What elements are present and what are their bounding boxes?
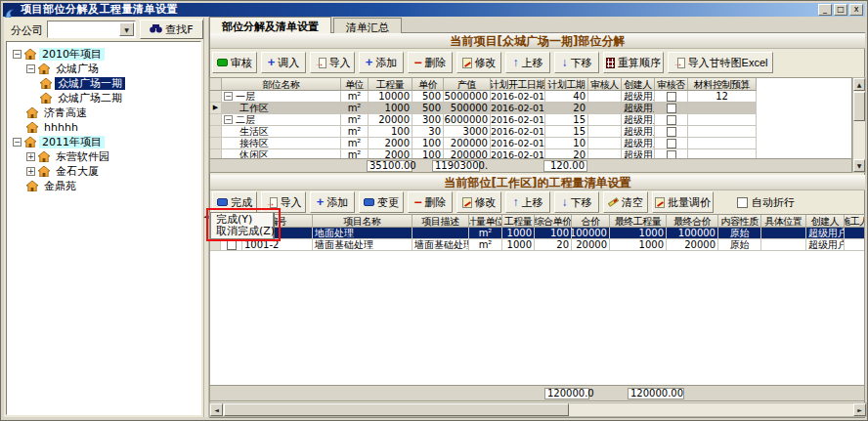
panel2-button-move-up[interactable]: ↑上移	[505, 191, 550, 213]
scroll-down-icon[interactable]: ▼	[853, 159, 865, 172]
table-row[interactable]: ▶工作区m²10005005000002016-02-0120超级用户	[210, 103, 851, 114]
table-row[interactable]: −二层m²2000030060000002016-02-0115超级用户	[210, 114, 851, 126]
tree-item-project-2010[interactable]: −2010年项目	[7, 47, 200, 62]
cell-creator: 超级用户	[622, 138, 655, 149]
table-row[interactable]: −一层m²1000050050000002016-02-0140超级用户12	[210, 91, 851, 103]
cell-start: 2016-02-01	[491, 91, 545, 103]
audit-checkbox[interactable]	[667, 104, 676, 113]
row-indicator	[210, 239, 221, 251]
panel2-button-change[interactable]: 变更	[359, 191, 404, 213]
column-header[interactable]: 计量单位	[469, 215, 502, 228]
column-header[interactable]: 工程量	[502, 215, 535, 228]
panel2-button-import[interactable]: →导入	[261, 191, 306, 213]
expand-plus-icon[interactable]: +	[26, 152, 35, 161]
complete-checkbox[interactable]	[227, 240, 237, 250]
column-header[interactable]: 最终工程量	[610, 215, 667, 228]
panel2-button-add[interactable]: +添加	[310, 191, 355, 213]
tree-item-jinding-garden[interactable]: 金鼎苑	[7, 179, 200, 193]
table-row[interactable]: 生活区m²1003030002016-02-0115超级用户	[210, 126, 851, 138]
panel1-button-add[interactable]: +添加	[359, 52, 404, 73]
table-row[interactable]: 1001-2墙面基础处理墙面基础处理m²10002020000100020000…	[210, 239, 864, 251]
panel1-button-import[interactable]: →导入	[310, 52, 355, 73]
panel1-button-import-gantt-excel[interactable]: →导入甘特图Excel	[668, 52, 773, 73]
company-combobox[interactable]: ▼	[47, 21, 136, 38]
menu-item-cancel-complete[interactable]: 取消完成(Z)	[212, 226, 272, 237]
panel1-button-modify[interactable]: 修改	[456, 52, 501, 73]
column-header[interactable]: 综合单价	[535, 215, 572, 228]
audit-checkbox[interactable]	[667, 139, 676, 148]
panel1-button-load-in[interactable]: +调入	[261, 52, 306, 73]
collapse-minus-icon[interactable]: −	[224, 115, 233, 124]
tab-list-summary[interactable]: 清单汇总	[333, 18, 402, 33]
tree-item-label: 金石大厦	[53, 165, 102, 178]
column-header[interactable]: 内容性质	[718, 215, 761, 228]
column-header[interactable]: 计划开工日期	[491, 78, 545, 91]
autowrap-checkbox[interactable]	[737, 197, 748, 208]
column-header[interactable]: 部位名称	[222, 78, 341, 91]
panel2-button-clear[interactable]: 清空	[603, 191, 648, 213]
collapse-minus-icon[interactable]: −	[13, 138, 22, 147]
tree-item-dongying-software-park[interactable]: +东营软件园	[7, 149, 200, 164]
scroll-right-icon[interactable]: ►	[853, 403, 866, 416]
tree-item-jinshi-tower[interactable]: +金石大厦	[7, 164, 200, 179]
tree-item-label: 2010年项目	[39, 48, 105, 61]
part-table-vscrollbar[interactable]: ▲ ▼	[852, 77, 866, 173]
panel2-button-delete[interactable]: −删除	[408, 191, 453, 213]
maximize-button[interactable]: □	[834, 4, 847, 16]
find-button[interactable]: 查找F	[140, 20, 203, 39]
column-header[interactable]: 工程量	[369, 78, 412, 91]
panel2-button-modify[interactable]: 修改	[456, 191, 501, 213]
column-header[interactable]: 单位	[341, 78, 369, 91]
column-header[interactable]: 计划工期	[545, 78, 588, 91]
boq-table-hscrollbar[interactable]: ◄ ►	[209, 402, 867, 417]
table-row[interactable]: 休闲区m²20001002000002016-02-0120超级用户	[210, 149, 851, 159]
tab-part-decompose[interactable]: 部位分解及清单设置	[209, 17, 331, 33]
column-header[interactable]: 审核否	[655, 78, 688, 91]
column-header[interactable]: 施工人	[845, 215, 865, 228]
tree-item-hhhhh[interactable]: hhhhh	[7, 120, 200, 135]
column-header[interactable]: 产值	[444, 78, 491, 91]
column-header[interactable]: 合价	[572, 215, 610, 228]
tree-item-zhongcheng-plaza-phase1[interactable]: 众城广场一期	[7, 76, 200, 91]
column-header[interactable]: 创建人	[806, 215, 845, 228]
button-label: 审核	[231, 56, 252, 70]
table-row[interactable]: 地面处理m²10001001000001000100000原始超级用户	[210, 228, 864, 239]
collapse-minus-icon[interactable]: −	[224, 92, 233, 101]
cell-name: 墙面基础处理	[313, 239, 412, 251]
minimize-button[interactable]: _	[818, 4, 832, 16]
column-header[interactable]: 审核人	[588, 78, 622, 91]
scroll-thumb[interactable]	[224, 403, 569, 416]
collapse-minus-icon[interactable]: −	[26, 64, 35, 73]
column-header[interactable]: 单价	[412, 78, 444, 91]
panel1-button-move-down[interactable]: ↓下移	[554, 52, 599, 73]
audit-checkbox[interactable]	[667, 92, 676, 102]
tree-item-zhongcheng-plaza-phase2[interactable]: 众城广场二期	[7, 91, 200, 105]
column-header[interactable]: 材料控制预算	[688, 78, 757, 91]
tree-item-project-2011[interactable]: −2011年项目	[7, 135, 200, 149]
column-header[interactable]: 具体位置	[761, 215, 806, 228]
scroll-thumb[interactable]	[853, 92, 865, 121]
scroll-left-icon[interactable]: ◄	[210, 403, 223, 416]
tree-item-zhongcheng-plaza[interactable]: −众城广场	[7, 62, 200, 76]
chevron-down-icon[interactable]: ▼	[119, 22, 134, 36]
column-header[interactable]: 创建人	[622, 78, 655, 91]
panel2-button-move-down[interactable]: ↓下移	[554, 191, 599, 213]
audit-checkbox[interactable]	[667, 150, 676, 160]
panel2-button-batch-reprice[interactable]: 批量调价	[652, 191, 714, 213]
expand-plus-icon[interactable]: +	[26, 167, 35, 176]
column-header[interactable]: 项目名称	[313, 215, 412, 228]
panel1-button-audit[interactable]: 审核	[212, 52, 257, 73]
panel1-button-move-up[interactable]: ↑上移	[505, 52, 550, 73]
tree-item-jiqing-highway[interactable]: 济青高速	[7, 105, 200, 120]
panel1-button-delete[interactable]: −删除	[408, 52, 453, 73]
collapse-minus-icon[interactable]: −	[13, 50, 22, 59]
column-header[interactable]: 最终合价	[667, 215, 718, 228]
panel2-button-complete[interactable]: 完成	[212, 191, 257, 213]
panel1-button-recalc-order[interactable]: 重算顺序	[603, 52, 664, 73]
audit-checkbox[interactable]	[667, 115, 676, 125]
table-row[interactable]: 接待区m²20001002000002016-02-0110超级用户	[210, 138, 851, 149]
column-header[interactable]: 项目描述	[412, 215, 469, 228]
close-button[interactable]: x	[849, 4, 863, 16]
scroll-up-icon[interactable]: ▲	[853, 78, 865, 91]
audit-checkbox[interactable]	[667, 127, 676, 137]
